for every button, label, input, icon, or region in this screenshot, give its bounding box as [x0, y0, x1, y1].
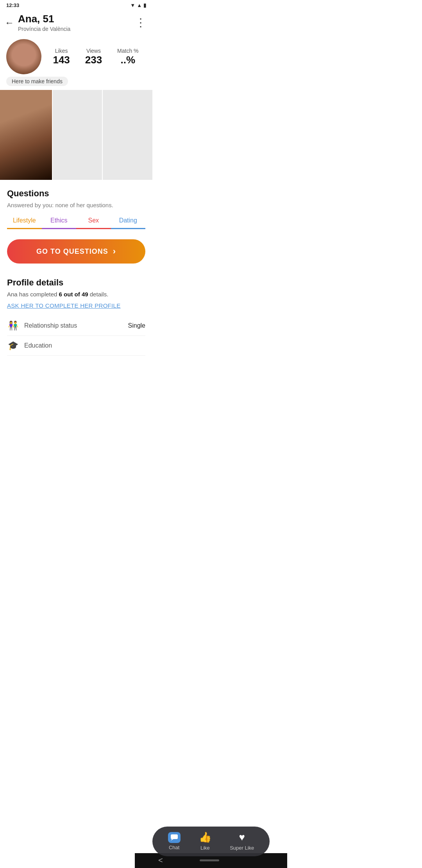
profile-details-title: Profile details	[7, 278, 145, 288]
education-icon: 🎓	[7, 341, 19, 351]
status-time: 12:33	[6, 2, 19, 8]
education-row: 🎓 Education	[7, 336, 145, 356]
views-value: 233	[85, 54, 102, 66]
likes-stat: Likes 143	[53, 48, 70, 66]
avatar-image	[6, 39, 41, 74]
profile-location: Província de València	[18, 26, 134, 32]
questions-section: Questions Answered by you: none of her q…	[0, 180, 152, 239]
views-label: Views	[85, 48, 102, 54]
profile-stats: Likes 143 Views 233 Match % ..%	[0, 35, 152, 77]
questions-subtitle: Answered by you: none of her questions.	[7, 202, 145, 208]
go-button-label: GO TO QUESTIONS	[36, 247, 108, 256]
wifi-icon: ▼	[130, 2, 135, 8]
relationship-value: Single	[128, 322, 145, 329]
time-display: 12:33	[6, 2, 19, 8]
photo-2[interactable]	[53, 90, 102, 180]
likes-value: 143	[53, 54, 70, 66]
match-value: ..%	[117, 54, 138, 66]
signal-icon: ▲	[137, 2, 142, 8]
back-button[interactable]: ←	[5, 16, 18, 30]
battery-icon: ▮	[143, 2, 146, 8]
status-bar: 12:33 ▼ ▲ ▮	[0, 0, 152, 10]
tab-dating[interactable]: Dating	[111, 214, 146, 229]
profile-name: Ana, 51	[18, 13, 134, 25]
profile-details-suffix: details.	[88, 291, 109, 298]
education-label: Education	[24, 342, 140, 349]
tab-sex[interactable]: Sex	[76, 214, 111, 229]
profile-details-completed: 6 out of 49	[59, 291, 88, 298]
profile-details-prefix: Ana has completed	[7, 291, 59, 298]
profile-details-subtitle: Ana has completed 6 out of 49 details.	[7, 291, 145, 298]
photo-main-image	[0, 90, 52, 180]
questions-title: Questions	[7, 188, 145, 199]
profile-header: ← Ana, 51 Província de València ⋮	[0, 10, 152, 35]
likes-label: Likes	[53, 48, 70, 54]
relationship-label: Relationship status	[24, 322, 123, 329]
questions-tabs: Lifestyle Ethics Sex Dating	[7, 214, 145, 229]
relationship-status-row: 👫 Relationship status Single	[7, 316, 145, 336]
ask-to-complete-link[interactable]: ASK HER TO COMPLETE HER PROFILE	[7, 302, 145, 309]
views-stat: Views 233	[85, 48, 102, 66]
go-to-questions-button[interactable]: GO TO QUESTIONS ›	[7, 239, 145, 264]
match-label: Match %	[117, 48, 138, 54]
status-icons: ▼ ▲ ▮	[130, 2, 146, 8]
tab-lifestyle[interactable]: Lifestyle	[7, 214, 42, 229]
header-info: Ana, 51 Província de València	[18, 13, 134, 32]
avatar	[6, 39, 41, 74]
bio-tag: Here to make friends	[6, 77, 68, 86]
tab-ethics[interactable]: Ethics	[42, 214, 77, 229]
go-button-arrow: ›	[113, 246, 116, 256]
relationship-icon: 👫	[7, 321, 19, 331]
more-menu-button[interactable]: ⋮	[134, 14, 148, 30]
match-stat: Match % ..%	[117, 48, 138, 66]
stats-group: Likes 143 Views 233 Match % ..%	[41, 48, 146, 66]
photos-grid	[0, 90, 152, 180]
profile-details-section: Profile details Ana has completed 6 out …	[0, 271, 152, 359]
nav-bar: <	[135, 853, 152, 868]
photo-main[interactable]	[0, 90, 52, 180]
photo-3[interactable]	[103, 90, 152, 180]
